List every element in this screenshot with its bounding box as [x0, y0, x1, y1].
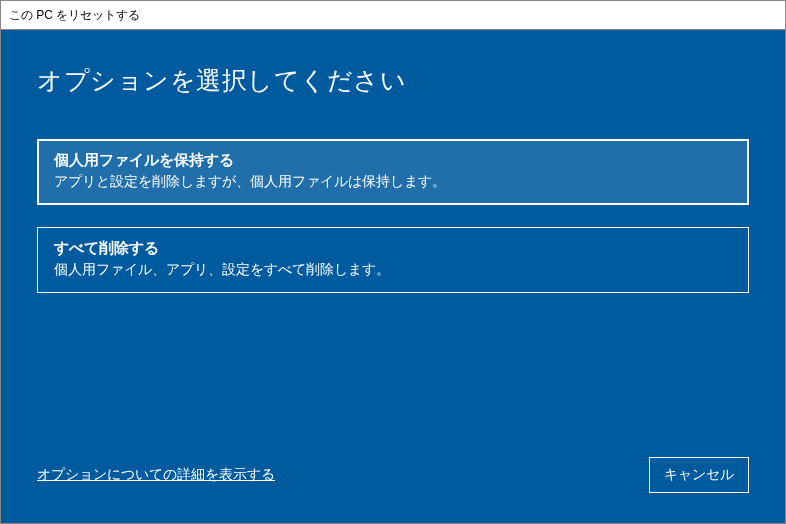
bottom-row: オプションについての詳細を表示する キャンセル: [37, 457, 749, 493]
more-options-link[interactable]: オプションについての詳細を表示する: [37, 466, 275, 484]
option-remove-everything-title: すべて削除する: [54, 239, 732, 258]
option-remove-everything[interactable]: すべて削除する 個人用ファイル、アプリ、設定をすべて削除します。: [37, 227, 749, 293]
page-heading: オプションを選択してください: [37, 64, 749, 97]
option-keep-files[interactable]: 個人用ファイルを保持する アプリと設定を削除しますが、個人用ファイルは保持します…: [37, 139, 749, 205]
option-keep-files-title: 個人用ファイルを保持する: [54, 151, 732, 170]
cancel-button[interactable]: キャンセル: [649, 457, 749, 493]
window-title-bar: この PC をリセットする: [1, 1, 785, 30]
window-title: この PC をリセットする: [9, 7, 140, 24]
option-remove-everything-description: 個人用ファイル、アプリ、設定をすべて削除します。: [54, 261, 732, 279]
content-area: オプションを選択してください 個人用ファイルを保持する アプリと設定を削除します…: [1, 30, 785, 523]
option-keep-files-description: アプリと設定を削除しますが、個人用ファイルは保持します。: [54, 173, 732, 191]
